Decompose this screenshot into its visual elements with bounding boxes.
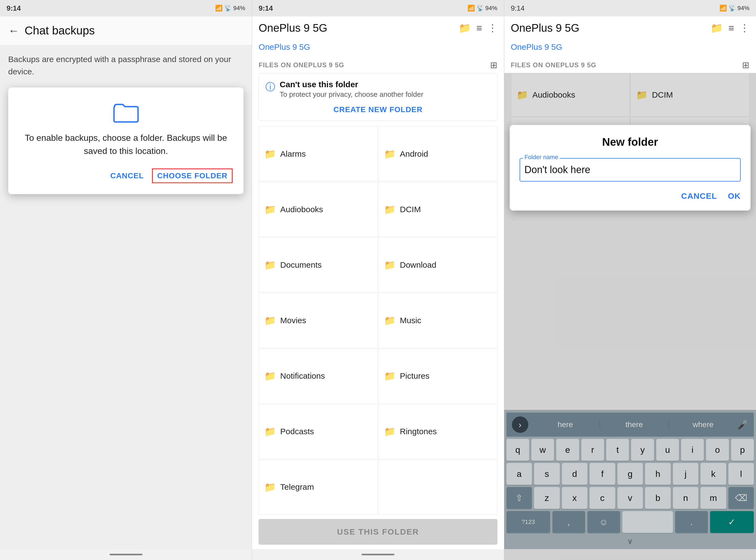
p2-app-bar: OnePlus 9 5G 📁 ≡ ⋮: [252, 16, 504, 40]
breadcrumb-3: OnePlus 9 5G: [504, 40, 756, 55]
status-bar-1: 9:14 📶 📡 94%: [0, 0, 252, 16]
new-folder-title: New folder: [519, 136, 741, 148]
battery-icon-3: 94%: [737, 5, 750, 12]
folder-icon-podcasts: 📁: [264, 426, 276, 437]
bottom-bar-1: [0, 549, 252, 560]
folder-cell-telegram[interactable]: 📁 Telegram: [259, 460, 378, 515]
folder-cell-dcim[interactable]: 📁 DCIM: [378, 182, 497, 237]
section-label-2: FILES ON ONEPLUS 9 5G: [259, 61, 344, 69]
folder-cell-android[interactable]: 📁 Android: [378, 126, 497, 181]
folder-name-music: Music: [400, 316, 421, 325]
warning-row: ⓘ Can't use this folder To protect your …: [265, 80, 490, 99]
status-icons-2: 📶 📡 94%: [467, 5, 497, 12]
folder-icon-dcim: 📁: [384, 204, 395, 215]
wifi-icon: 📡: [224, 5, 231, 12]
p2-app-icons: 📁 ≡ ⋮: [458, 22, 497, 34]
folder-cell-pictures[interactable]: 📁 Pictures: [378, 348, 497, 404]
breadcrumb-2: OnePlus 9 5G: [252, 40, 504, 55]
dialog-choose-button[interactable]: CHOOSE FOLDER: [152, 168, 232, 183]
folder-cell-empty: [378, 460, 497, 515]
folder-name-telegram: Telegram: [280, 482, 314, 492]
folder-name-pictures: Pictures: [400, 371, 429, 381]
folder-cell-alarms[interactable]: 📁 Alarms: [259, 126, 378, 181]
p3-sort-icon[interactable]: ≡: [729, 22, 734, 34]
folder-name-dcim: DCIM: [400, 205, 421, 214]
p3-grid-view-icon[interactable]: ⊞: [742, 60, 750, 70]
folder-cell-audiobooks[interactable]: 📁 Audiobooks: [259, 182, 378, 237]
p2-app-title: OnePlus 9 5G: [259, 22, 327, 34]
status-bar-2: 9:14 📶 📡 94%: [252, 0, 504, 16]
back-button[interactable]: ←: [8, 25, 19, 37]
folder-name-ringtones: Ringtones: [400, 427, 437, 436]
folder-cell-podcasts[interactable]: 📁 Podcasts: [259, 404, 378, 459]
use-folder-button-2[interactable]: USE THIS FOLDER: [259, 519, 497, 545]
warning-box: ⓘ Can't use this folder To protect your …: [259, 73, 497, 121]
backup-folder-dialog: To enable backups, choose a folder. Back…: [8, 87, 244, 194]
wifi-icon-3: 📡: [729, 5, 736, 12]
warning-subtitle: To protect your privacy, choose another …: [280, 90, 423, 99]
folder-icon-alarms: 📁: [264, 148, 276, 159]
folder-name-android: Android: [400, 149, 428, 159]
status-bar-3: 9:14 📶 📡 94%: [504, 0, 756, 16]
signal-icon-2: 📶: [467, 5, 475, 12]
p3-more-icon[interactable]: ⋮: [740, 22, 750, 34]
folder-icon-audiobooks: 📁: [264, 204, 276, 215]
folder-icon-notifications: 📁: [264, 371, 276, 381]
grid-view-icon[interactable]: ⊞: [490, 60, 497, 70]
breadcrumb-text-3[interactable]: OnePlus 9 5G: [511, 42, 562, 52]
p1-header: ← Chat backups: [0, 16, 252, 45]
folder-name-field-wrap: Folder name: [519, 158, 741, 182]
dialog-text: To enable backups, choose a folder. Back…: [19, 131, 232, 158]
section-label-row-2: FILES ON ONEPLUS 9 5G ⊞: [252, 55, 504, 73]
folder-name-audiobooks: Audiobooks: [280, 205, 323, 214]
time-3: 9:14: [511, 4, 525, 13]
warning-title: Can't use this folder: [280, 80, 423, 89]
breadcrumb-text-2[interactable]: OnePlus 9 5G: [259, 42, 310, 52]
folder-icon-ringtones: 📁: [384, 426, 395, 437]
time-1: 9:14: [6, 4, 21, 13]
folder-cell-ringtones[interactable]: 📁 Ringtones: [378, 404, 497, 459]
p3-app-bar: OnePlus 9 5G 📁 ≡ ⋮: [504, 16, 756, 40]
panel-file-picker: 9:14 📶 📡 94% OnePlus 9 5G 📁 ≡ ⋮ OnePlus …: [252, 0, 504, 560]
folder-icon-large: [19, 101, 232, 123]
new-folder-ok-button[interactable]: OK: [728, 192, 741, 201]
folder-cell-download[interactable]: 📁 Download: [378, 237, 497, 292]
folder-cell-movies[interactable]: 📁 Movies: [259, 293, 378, 348]
folder-icon-music: 📁: [384, 315, 395, 326]
folder-name-notifications: Notifications: [280, 371, 325, 381]
section-label-row-3: FILES ON ONEPLUS 9 5G ⊞: [504, 55, 756, 73]
bottom-line-2: [362, 554, 394, 555]
new-folder-cancel-button[interactable]: CANCEL: [681, 192, 717, 201]
section-label-3: FILES ON ONEPLUS 9 5G: [511, 61, 596, 69]
p3-app-icons: 📁 ≡ ⋮: [711, 22, 750, 34]
folder-icon-movies: 📁: [264, 315, 276, 326]
page-title-1: Chat backups: [25, 24, 95, 37]
p3-add-folder-icon[interactable]: 📁: [711, 22, 723, 34]
p1-description: Backups are encrypted with a passphrase …: [8, 53, 244, 78]
wifi-icon-2: 📡: [476, 5, 484, 12]
folder-name-label: Folder name: [523, 154, 560, 161]
more-icon[interactable]: ⋮: [488, 22, 497, 34]
folder-cell-notifications[interactable]: 📁 Notifications: [259, 348, 378, 404]
battery-icon-2: 94%: [485, 5, 497, 12]
sort-icon[interactable]: ≡: [476, 22, 482, 34]
status-icons-1: 📶 📡 94%: [215, 5, 245, 12]
create-new-folder-button[interactable]: CREATE NEW FOLDER: [265, 101, 490, 114]
new-folder-dialog: New folder Folder name CANCEL OK: [510, 125, 751, 211]
status-icons-3: 📶 📡 94%: [719, 5, 750, 12]
dialog-cancel-button[interactable]: CANCEL: [110, 172, 144, 180]
folder-icon-pictures: 📁: [384, 371, 395, 381]
panel-new-folder: 9:14 📶 📡 94% OnePlus 9 5G 📁 ≡ ⋮ OnePlus …: [504, 0, 756, 560]
folder-name-documents: Documents: [280, 260, 322, 269]
folder-name-alarms: Alarms: [280, 149, 306, 159]
add-folder-icon[interactable]: 📁: [458, 22, 471, 34]
battery-icon: 94%: [233, 5, 245, 12]
folder-cell-documents[interactable]: 📁 Documents: [259, 237, 378, 292]
folder-grid-2: 📁 Alarms 📁 Android 📁 Audiobooks 📁 DCIM 📁…: [252, 126, 504, 515]
folder-name-input[interactable]: [519, 158, 741, 182]
warning-content: Can't use this folder To protect your pr…: [280, 80, 423, 99]
folder-icon-download: 📁: [384, 260, 395, 271]
folder-icon-telegram: 📁: [264, 481, 276, 493]
folder-name-download: Download: [400, 260, 436, 269]
folder-cell-music[interactable]: 📁 Music: [378, 293, 497, 348]
